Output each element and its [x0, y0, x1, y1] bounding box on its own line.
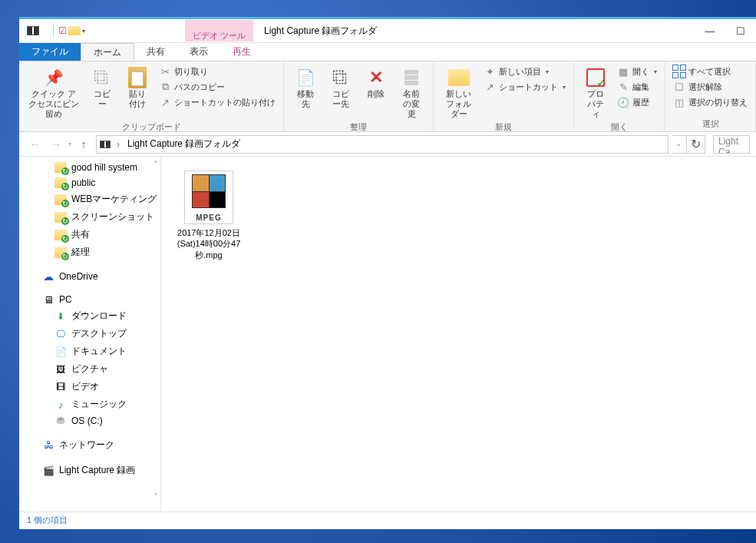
pc-icon: [42, 294, 54, 305]
open-button[interactable]: ▦開く▾: [616, 65, 659, 78]
tree-item[interactable]: 経理: [19, 243, 160, 261]
quick-access-toolbar: ☑ ▾: [50, 24, 85, 38]
tree-item[interactable]: OS (C:): [19, 413, 160, 429]
scroll-up-icon[interactable]: ⌃: [153, 160, 159, 167]
pic-icon: [54, 364, 67, 375]
file-list[interactable]: MPEG2017年12月02日(Sat)14時00分47秒.mpg: [161, 157, 756, 512]
tab-play[interactable]: 再生: [220, 43, 263, 61]
ribbon-group-organize: 移動先 ⿻コピー先 削除 名前の変更 整理: [284, 61, 434, 131]
tree-item[interactable]: WEBマーケティング: [19, 190, 160, 208]
scissors-icon: ✂: [159, 65, 171, 78]
tree-item[interactable]: ピクチャ: [19, 360, 160, 378]
edit-button[interactable]: ✎編集: [616, 80, 659, 94]
minimize-button[interactable]: —: [695, 20, 725, 42]
select-all-button[interactable]: すべて選択: [672, 65, 749, 78]
select-none-icon: ☐: [673, 81, 685, 93]
status-bar: 1 個の項目: [19, 512, 756, 529]
copy-path-button[interactable]: ⧉パスのコピー: [157, 80, 277, 94]
video-thumb-icon: [192, 174, 226, 208]
tree-item[interactable]: public: [19, 175, 160, 190]
copy-button[interactable]: コピー: [87, 65, 117, 109]
cut-button[interactable]: ✂切り取り: [157, 65, 277, 78]
tree-capture-folder[interactable]: Light Capture 録画: [19, 462, 160, 479]
nav-history-dropdown[interactable]: ▾: [68, 141, 71, 147]
address-bar[interactable]: Light Capture 録画フォルダ: [96, 135, 669, 154]
ribbon-group-new: 新しいフォルダー ✦新しい項目▾ ↗ショートカット▾ 新規: [434, 61, 574, 131]
tab-home[interactable]: ホーム: [81, 43, 134, 61]
shortcut-button[interactable]: ↗ショートカット▾: [482, 80, 567, 94]
nav-back-button[interactable]: ←: [25, 135, 44, 154]
chevron-down-icon: ▾: [563, 84, 566, 91]
move-icon: [295, 68, 316, 88]
ribbon-group-select: すべて選択 ☐選択解除 ◫選択の切り替え 選択: [665, 61, 756, 131]
folder-icon: [54, 212, 67, 223]
folder-icon: [54, 194, 67, 205]
tree-network[interactable]: ネットワーク: [19, 436, 160, 454]
tab-share[interactable]: 共有: [134, 43, 177, 61]
tab-view[interactable]: 表示: [177, 43, 220, 61]
new-folder-button[interactable]: 新しいフォルダー: [440, 65, 477, 120]
tree-item[interactable]: ミュージック: [19, 396, 160, 413]
delete-button[interactable]: 削除: [361, 65, 391, 99]
navbar: ← → ▾ ↑ Light Capture 録画フォルダ ⌄ ↻ Light C…: [19, 132, 756, 157]
breadcrumb-separator: [114, 139, 123, 150]
address-dropdown-icon[interactable]: ⌄: [672, 135, 687, 154]
tree-onedrive[interactable]: OneDrive: [19, 269, 160, 284]
properties-qat-icon[interactable]: ☑: [58, 25, 67, 36]
breadcrumb-segment[interactable]: Light Capture 録画フォルダ: [126, 137, 242, 151]
history-icon: 🕘: [617, 96, 629, 108]
paste-shortcut-button[interactable]: ↗ショートカットの貼り付け: [157, 95, 277, 109]
rename-icon: [401, 68, 422, 88]
location-icon: [100, 141, 111, 148]
refresh-button[interactable]: ↻: [687, 135, 705, 154]
file-name: 2017年12月02日(Sat)14時00分47秒.mpg: [175, 227, 243, 260]
dl-icon: [54, 311, 67, 322]
search-input[interactable]: Light Ca: [713, 135, 750, 154]
nav-forward-button[interactable]: →: [47, 135, 65, 154]
vid-icon: [54, 382, 67, 392]
new-item-button[interactable]: ✦新しい項目▾: [482, 65, 567, 78]
nav-up-button[interactable]: ↑: [74, 135, 93, 154]
new-folder-qat-icon[interactable]: [68, 26, 81, 35]
doc-icon: [54, 346, 67, 357]
tree-pc[interactable]: PC: [19, 292, 160, 307]
folder-icon: [54, 162, 67, 173]
contextual-tab-header: ビデオ ツール: [185, 20, 253, 41]
rename-button[interactable]: 名前の変更: [396, 65, 427, 120]
scroll-down-icon[interactable]: ⌄: [153, 488, 159, 496]
film-icon: [42, 465, 54, 476]
new-item-icon: ✦: [484, 65, 496, 78]
drive-icon: [54, 416, 67, 426]
move-to-button[interactable]: 移動先: [290, 65, 321, 109]
ribbon-tabs: ファイル ホーム 共有 表示 再生: [19, 43, 756, 61]
delete-icon: [365, 68, 387, 88]
tree-item[interactable]: スクリーンショット: [19, 208, 160, 226]
pin-quick-access-button[interactable]: 📌 クイック アクセスにピン留め: [25, 65, 82, 120]
file-item[interactable]: MPEG2017年12月02日(Sat)14時00分47秒.mpg: [172, 167, 246, 263]
copy-icon: [91, 68, 113, 88]
ribbon-group-clipboard: 📌 クイック アクセスにピン留め コピー 貼り付け ✂切り取り ⧉パスのコピー …: [19, 61, 284, 131]
navigation-pane[interactable]: ⌃ good hill systempublicWEBマーケティングスクリーンシ…: [19, 157, 161, 512]
folder-icon: [54, 247, 67, 258]
file-thumbnail: MPEG: [184, 171, 233, 224]
window-title: Light Capture 録画フォルダ: [264, 25, 377, 38]
copy-to-button[interactable]: ⿻コピー先: [325, 65, 356, 109]
paste-button[interactable]: 貼り付け: [122, 65, 153, 109]
music-icon: [54, 399, 67, 410]
tree-item[interactable]: ドキュメント: [19, 343, 160, 360]
chevron-down-icon: ▾: [654, 68, 657, 75]
tree-item[interactable]: ビデオ: [19, 378, 160, 396]
invert-selection-button[interactable]: ◫選択の切り替え: [672, 95, 749, 109]
tree-item[interactable]: ダウンロード: [19, 307, 160, 325]
tree-item[interactable]: 共有: [19, 226, 160, 243]
tree-item[interactable]: good hill system: [19, 160, 160, 175]
copy-to-icon: ⿻: [330, 68, 352, 88]
new-folder-icon: [448, 68, 470, 88]
properties-button[interactable]: プロパティ: [580, 65, 611, 120]
maximize-button[interactable]: ☐: [725, 20, 756, 42]
history-button[interactable]: 🕘履歴: [616, 95, 659, 109]
select-none-button[interactable]: ☐選択解除: [672, 80, 749, 94]
tab-file[interactable]: ファイル: [19, 43, 81, 61]
tree-item[interactable]: デスクトップ: [19, 325, 160, 343]
qat-dropdown-icon[interactable]: ▾: [82, 28, 85, 35]
